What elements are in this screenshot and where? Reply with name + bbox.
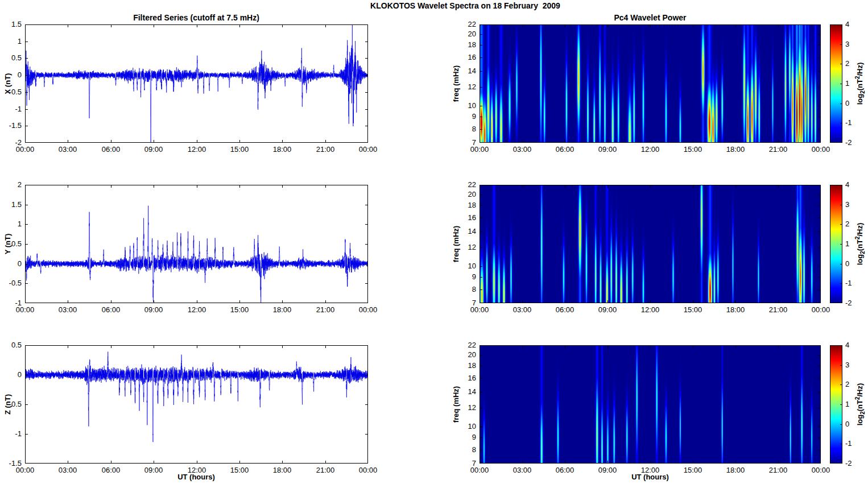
freq-tick-label: 16 — [453, 213, 476, 222]
x-tick-label: 00:00 — [356, 145, 381, 154]
freq-tick-label: 10 — [453, 262, 476, 270]
y-tick-label: -0.5 — [0, 400, 22, 408]
colorbar-label-subscript: 2 — [859, 251, 866, 254]
colorbar-tick-label: 0 — [845, 259, 862, 268]
x-tick-label: 09:00 — [141, 305, 166, 314]
freq-tick-label: 20 — [453, 190, 476, 198]
x-tick-label: 03:00 — [55, 145, 80, 154]
freq-tick-label: 9 — [453, 112, 476, 121]
x-tick-label: 03:00 — [510, 145, 535, 154]
x-tick-label: 06:00 — [98, 145, 123, 154]
colorbar-tick-label: 4 — [845, 341, 862, 349]
y-tick-label: -0.5 — [0, 88, 22, 96]
freq-tick-label: 14 — [453, 227, 476, 235]
y-tick-label: 0 — [0, 370, 22, 379]
colorbar-z — [830, 345, 842, 464]
freq-tick-label: 9 — [453, 272, 476, 281]
x-tick-label: 15:00 — [227, 305, 252, 314]
x-tick-label: 18:00 — [723, 466, 748, 474]
freq-tick-label: 22 — [453, 341, 476, 349]
freq-tick-label: 8 — [453, 445, 476, 454]
x-tick-label: 15:00 — [680, 305, 705, 314]
colorbar-tick-label: -2 — [845, 299, 862, 307]
x-tick-label: 09:00 — [141, 466, 166, 474]
y-series-plot — [25, 185, 368, 303]
x-tick-label: 21:00 — [766, 305, 791, 314]
colorbar-tick-label: -2 — [845, 138, 862, 147]
x-tick-label: 00:00 — [467, 305, 492, 314]
freq-tick-label: 18 — [453, 201, 476, 209]
x-tick-label: 12:00 — [638, 145, 663, 154]
y-tick-label: 1 — [0, 220, 22, 228]
x-tick-label: 00:00 — [356, 305, 381, 314]
x-tick-label: 21:00 — [313, 145, 338, 154]
y-tick-label: -0.5 — [0, 279, 22, 287]
x-series-plot — [25, 24, 368, 143]
x-tick-label: 18:00 — [270, 145, 295, 154]
x-tick-label: 21:00 — [313, 466, 338, 474]
freq-tick-label: 22 — [453, 180, 476, 189]
figure-title: KLOKOTOS Wavelet Spectra on 18 February … — [370, 1, 560, 10]
x-tick-label: 15:00 — [680, 466, 705, 474]
x-tick-label: 12:00 — [184, 145, 209, 154]
freq-tick-label: 8 — [453, 125, 476, 133]
x-tick-label: 12:00 — [184, 466, 209, 474]
x-tick-label: 15:00 — [227, 145, 252, 154]
colorbar-tick-label: 1 — [845, 239, 862, 248]
x-tick-label: 06:00 — [98, 305, 123, 314]
x-tick-label: 18:00 — [723, 145, 748, 154]
x-tick-label: 09:00 — [595, 466, 620, 474]
x-tick-label: 12:00 — [638, 466, 663, 474]
x-tick-label: 00:00 — [13, 145, 38, 154]
colorbar-tick-label: 0 — [845, 99, 862, 107]
right-column-title: Pc4 Wavelet Power — [614, 13, 686, 22]
x-tick-label: 18:00 — [270, 466, 295, 474]
x-tick-label: 18:00 — [270, 305, 295, 314]
x-tick-label: 15:00 — [680, 145, 705, 154]
freq-tick-label: 14 — [453, 387, 476, 396]
x-tick-label: 00:00 — [808, 466, 833, 474]
x-tick-label: 06:00 — [552, 466, 577, 474]
colorbar-tick-label: 0 — [845, 420, 862, 428]
freq-tick-label: 10 — [453, 101, 476, 110]
y-tick-label: 1.5 — [0, 200, 22, 209]
colorbar-tick-label: 3 — [845, 200, 862, 209]
freq-tick-label: 14 — [453, 67, 476, 75]
x-tick-label: 00:00 — [467, 145, 492, 154]
x-tick-label: 03:00 — [510, 466, 535, 474]
x-tick-label: 09:00 — [141, 145, 166, 154]
wavelet-spectra-figure: KLOKOTOS Wavelet Spectra on 18 February … — [0, 0, 868, 484]
colorbar-label-subscript: 2 — [859, 411, 866, 415]
colorbar-tick-label: -2 — [845, 459, 862, 468]
freq-tick-label: 22 — [453, 20, 476, 28]
freq-tick-label: 8 — [453, 285, 476, 293]
y-wavelet-spectrogram — [480, 185, 821, 303]
freq-tick-label: 18 — [453, 361, 476, 370]
x-tick-label: 03:00 — [55, 466, 80, 474]
y-tick-label: -1 — [0, 105, 22, 113]
x-tick-label: 00:00 — [13, 305, 38, 314]
x-tick-label: 12:00 — [638, 305, 663, 314]
x-tick-label: 00:00 — [467, 466, 492, 474]
freq-tick-label: 18 — [453, 40, 476, 49]
x-tick-label: 21:00 — [766, 145, 791, 154]
x-tick-label: 06:00 — [552, 305, 577, 314]
freq-tick-label: 10 — [453, 422, 476, 431]
x-tick-label: 06:00 — [98, 466, 123, 474]
freq-tick-label: 20 — [453, 30, 476, 38]
freq-tick-label: 20 — [453, 350, 476, 359]
x-tick-label: 09:00 — [595, 305, 620, 314]
x-tick-label: 03:00 — [510, 305, 535, 314]
x-tick-label: 21:00 — [766, 466, 791, 474]
x-wavelet-spectrogram — [480, 24, 821, 143]
colorbar-tick-label: 3 — [845, 361, 862, 369]
z-wavelet-spectrogram — [480, 345, 821, 464]
y-tick-label: 0.5 — [0, 239, 22, 248]
freq-tick-label: 9 — [453, 433, 476, 441]
y-tick-label: 0 — [0, 259, 22, 268]
y-tick-label: 0.5 — [0, 341, 22, 349]
freq-tick-label: 12 — [453, 243, 476, 251]
colorbar-tick-label: 1 — [845, 400, 862, 408]
y-tick-label: 0 — [0, 71, 22, 79]
z-series-plot — [25, 345, 368, 464]
